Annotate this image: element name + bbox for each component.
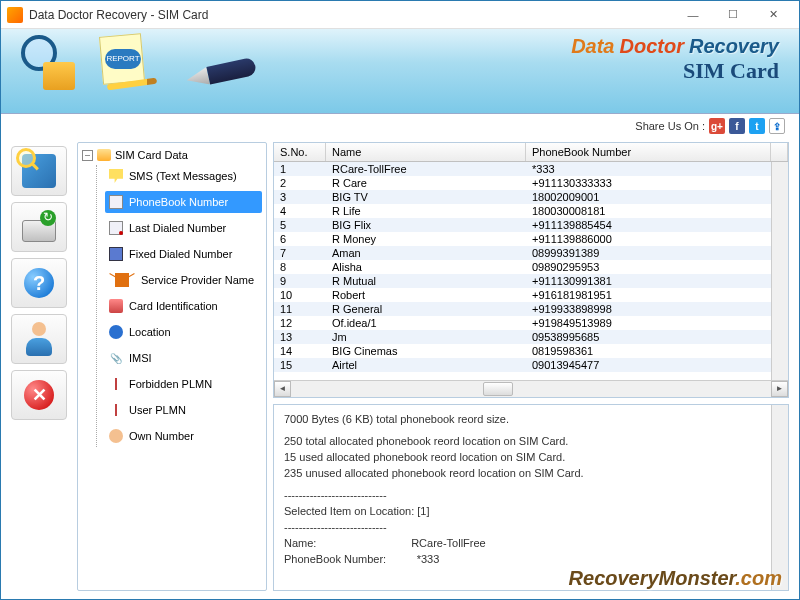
tree-item-label: Fixed Dialed Number xyxy=(129,248,232,260)
tree-item-label: Last Dialed Number xyxy=(129,222,226,234)
maximize-button[interactable]: ☐ xyxy=(713,3,753,27)
app-icon xyxy=(7,7,23,23)
tree-item-forb[interactable]: Forbidden PLMN xyxy=(105,373,262,395)
fountain-pen-icon xyxy=(186,35,276,90)
table-header: S.No. Name PhoneBook Number xyxy=(274,143,788,162)
share-icon[interactable]: ⇪ xyxy=(769,118,785,134)
collapse-icon[interactable]: – xyxy=(82,150,93,161)
table-row[interactable]: 15Airtel09013945477 xyxy=(274,358,788,372)
table-row[interactable]: 12Of.idea/1+919849513989 xyxy=(274,316,788,330)
tree-item-label: SMS (Text Messages) xyxy=(129,170,237,182)
titlebar: Data Doctor Recovery - SIM Card — ☐ ✕ xyxy=(1,1,799,29)
table-row[interactable]: 4R Life180030008181 xyxy=(274,204,788,218)
sms-icon xyxy=(109,169,123,183)
tree-item-clip[interactable]: 📎IMSI xyxy=(105,347,262,369)
table-vertical-scrollbar[interactable] xyxy=(771,162,788,380)
tree-item-own[interactable]: Own Number xyxy=(105,425,262,447)
tree-item-label: Location xyxy=(129,326,171,338)
clip-icon: 📎 xyxy=(109,351,123,365)
table-row[interactable]: 14BIG Cinemas0819598361 xyxy=(274,344,788,358)
detail-separator: ---------------------------- xyxy=(284,489,778,501)
table-row[interactable]: 7Aman08999391389 xyxy=(274,246,788,260)
scroll-left-button[interactable]: ◄ xyxy=(274,381,291,397)
scroll-right-button[interactable]: ► xyxy=(771,381,788,397)
detail-vertical-scrollbar[interactable] xyxy=(771,405,788,590)
help-button[interactable]: ? xyxy=(11,258,67,308)
tree-item-label: Service Provider Name xyxy=(141,274,254,286)
minimize-button[interactable]: — xyxy=(673,3,713,27)
col-phonebook-number[interactable]: PhoneBook Number xyxy=(526,143,771,161)
user-icon xyxy=(109,403,123,417)
phone-icon xyxy=(109,195,123,209)
twitter-icon[interactable]: t xyxy=(749,118,765,134)
sim-magnifier-icon xyxy=(21,35,81,90)
tree-item-fixed[interactable]: Fixed Dialed Number xyxy=(105,243,262,265)
tree-item-user[interactable]: User PLMN xyxy=(105,399,262,421)
scroll-thumb[interactable] xyxy=(483,382,513,396)
forb-icon xyxy=(109,377,123,391)
tree-item-label: PhoneBook Number xyxy=(129,196,228,208)
tree-root-label: SIM Card Data xyxy=(115,149,188,161)
ant-icon xyxy=(115,273,129,287)
tree-item-sms[interactable]: SMS (Text Messages) xyxy=(105,165,262,187)
table-row[interactable]: 10Robert+916181981951 xyxy=(274,288,788,302)
share-label: Share Us On : xyxy=(635,120,705,132)
brand-title: Data Doctor Recovery SIM Card xyxy=(571,35,779,84)
col-scroll-spacer xyxy=(771,143,788,161)
table-row[interactable]: 3BIG TV18002009001 xyxy=(274,190,788,204)
detail-line: 15 used allocated phonebook reord locati… xyxy=(284,451,778,463)
banner: REPORT Data Doctor Recovery SIM Card xyxy=(1,29,799,114)
tree-item-label: Forbidden PLMN xyxy=(129,378,212,390)
sim-folder-icon xyxy=(97,149,111,161)
tree-item-ant[interactable]: Service Provider Name xyxy=(105,269,262,291)
table-row[interactable]: 13Jm09538995685 xyxy=(274,330,788,344)
tree-root[interactable]: – SIM Card Data xyxy=(82,149,262,161)
tree-item-label: IMSI xyxy=(129,352,152,364)
close-button[interactable]: ✕ xyxy=(753,3,793,27)
detail-name: Name: RCare-TollFree xyxy=(284,537,778,549)
detail-number: PhoneBook Number: *333 xyxy=(284,553,778,565)
phonebook-table: S.No. Name PhoneBook Number 1RCare-TollF… xyxy=(273,142,789,398)
tree-item-dial[interactable]: Last Dialed Number xyxy=(105,217,262,239)
exit-button[interactable]: ✕ xyxy=(11,370,67,420)
detail-selected: Selected Item on Location: [1] xyxy=(284,505,778,517)
table-row[interactable]: 1RCare-TollFree*333 xyxy=(274,162,788,176)
tree-item-label: Own Number xyxy=(129,430,194,442)
tree-item-loc[interactable]: Location xyxy=(105,321,262,343)
share-bar: Share Us On : g+ f t ⇪ xyxy=(1,114,799,138)
tree-panel: – SIM Card Data SMS (Text Messages)Phone… xyxy=(77,142,267,591)
table-row[interactable]: 5BIG Flix+911139885454 xyxy=(274,218,788,232)
save-drive-button[interactable] xyxy=(11,202,67,252)
table-row[interactable]: 2R Care+911130333333 xyxy=(274,176,788,190)
detail-line: 235 unused allocated phonebook reord loc… xyxy=(284,467,778,479)
loc-icon xyxy=(109,325,123,339)
tree-item-label: Card Identification xyxy=(129,300,218,312)
search-sim-button[interactable] xyxy=(11,146,67,196)
tree-item-label: User PLMN xyxy=(129,404,186,416)
col-name[interactable]: Name xyxy=(326,143,526,161)
detail-separator: ---------------------------- xyxy=(284,521,778,533)
watermark: RecoveryMonster.com xyxy=(569,567,782,590)
tree-item-phone[interactable]: PhoneBook Number xyxy=(105,191,262,213)
card-icon xyxy=(109,299,123,313)
tree-item-card[interactable]: Card Identification xyxy=(105,295,262,317)
main-area: ? ✕ – SIM Card Data SMS (Text Messages)P… xyxy=(1,138,799,599)
fixed-icon xyxy=(109,247,123,261)
facebook-icon[interactable]: f xyxy=(729,118,745,134)
detail-line: 250 total allocated phonebook reord loca… xyxy=(284,435,778,447)
detail-line: 7000 Bytes (6 KB) total phonebook reord … xyxy=(284,413,778,425)
table-horizontal-scrollbar[interactable]: ◄ ► xyxy=(274,380,788,397)
table-row[interactable]: 11R General+919933898998 xyxy=(274,302,788,316)
window-title: Data Doctor Recovery - SIM Card xyxy=(29,8,673,22)
about-button[interactable] xyxy=(11,314,67,364)
dial-icon xyxy=(109,221,123,235)
col-sno[interactable]: S.No. xyxy=(274,143,326,161)
table-row[interactable]: 9R Mutual+911130991381 xyxy=(274,274,788,288)
table-row[interactable]: 6R Money+911139886000 xyxy=(274,232,788,246)
right-panel: S.No. Name PhoneBook Number 1RCare-TollF… xyxy=(273,142,789,591)
table-row[interactable]: 8Alisha09890295953 xyxy=(274,260,788,274)
googleplus-icon[interactable]: g+ xyxy=(709,118,725,134)
table-body[interactable]: 1RCare-TollFree*3332R Care+9111303333333… xyxy=(274,162,788,380)
own-icon xyxy=(109,429,123,443)
report-note-icon: REPORT xyxy=(101,35,166,90)
